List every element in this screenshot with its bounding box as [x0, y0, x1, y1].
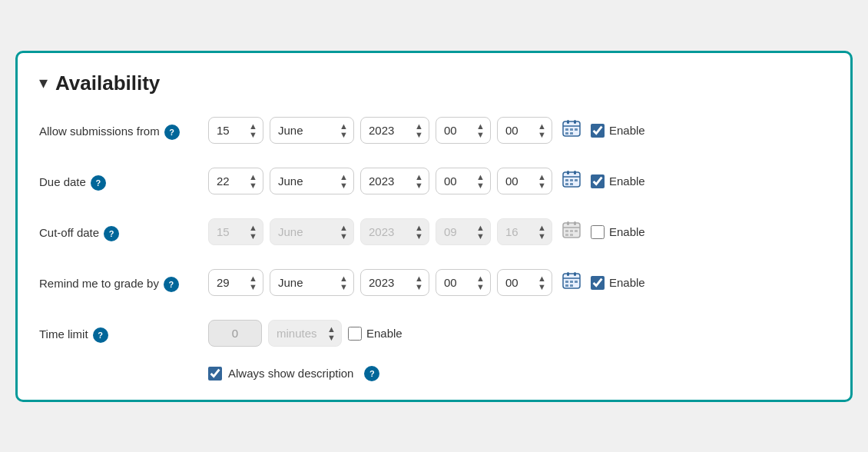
svg-rect-24: [575, 230, 578, 232]
due-date-label: Due date?: [39, 172, 208, 191]
remind-grade-label: Remind me to grade by?: [39, 274, 208, 292]
due-date-year-select[interactable]: 202020212022202320242025: [360, 168, 429, 194]
always-show-label: Always show description: [228, 367, 353, 380]
svg-rect-26: [570, 234, 573, 236]
allow-submissions-checkbox[interactable]: [591, 124, 605, 138]
allow-submissions-enable-label: Enable: [609, 124, 645, 137]
always-show-row: Always show description ?: [39, 366, 829, 381]
allow-submissions-month-select[interactable]: JanuaryFebruaryMarchAprilMayJuneJulyAugu…: [270, 117, 354, 144]
cut-off-date-controls: 1234567891011121314151617181920212223242…: [208, 218, 829, 245]
section-title: Availability: [55, 71, 160, 95]
allow-submissions-controls: 1234567891011121314151617181920212223242…: [208, 117, 829, 144]
allow-submissions-day-select[interactable]: 1234567891011121314151617181920212223242…: [208, 117, 263, 144]
calendar-icon[interactable]: [562, 169, 581, 194]
due-date-hour-select[interactable]: 0001020304050607080910111213141516171819…: [436, 168, 491, 194]
remind-grade-minute-select[interactable]: 0001020304050607080910111213141516171819…: [497, 269, 552, 296]
cut-off-date-checkbox[interactable]: [591, 225, 605, 239]
svg-rect-7: [565, 132, 568, 135]
svg-rect-1: [567, 120, 569, 124]
svg-rect-23: [570, 230, 573, 232]
cut-off-date-hour-select[interactable]: 0001020304050607080910111213141516171819…: [436, 218, 491, 245]
svg-rect-14: [570, 179, 573, 181]
svg-rect-10: [567, 171, 569, 174]
remind-grade-checkbox[interactable]: [591, 276, 605, 290]
remind-grade-row: Remind me to grade by?123456789101112131…: [39, 264, 829, 301]
svg-rect-31: [565, 281, 568, 283]
svg-rect-33: [575, 281, 578, 283]
due-date-day-select[interactable]: 1234567891011121314151617181920212223242…: [208, 168, 263, 194]
svg-rect-20: [574, 221, 576, 225]
section-header: ▾ Availability: [39, 71, 829, 95]
time-limit-checkbox[interactable]: [348, 327, 362, 341]
cut-off-date-label: Cut-off date?: [39, 223, 208, 241]
due-date-row: Due date?1234567891011121314151617181920…: [39, 163, 829, 200]
remind-grade-year-select[interactable]: 202020212022202320242025: [360, 269, 429, 296]
due-date-month-select[interactable]: JanuaryFebruaryMarchAprilMayJuneJulyAugu…: [270, 168, 354, 194]
svg-rect-34: [565, 284, 568, 287]
svg-rect-28: [567, 272, 569, 276]
svg-rect-22: [565, 230, 568, 232]
due-date-enable-label: Enable: [609, 174, 645, 188]
cut-off-date-enable-group: Enable: [591, 225, 645, 239]
calendar-icon[interactable]: [562, 118, 581, 143]
cut-off-date-help-icon[interactable]: ?: [104, 226, 119, 241]
svg-rect-19: [567, 221, 569, 225]
cut-off-date-enable-label: Enable: [609, 225, 645, 238]
chevron-icon[interactable]: ▾: [39, 73, 48, 93]
svg-rect-15: [575, 179, 578, 181]
remind-grade-enable-group: Enable: [591, 276, 645, 290]
due-date-help-icon[interactable]: ?: [91, 175, 106, 191]
time-limit-controls: minutes hours seconds ▲▼ Enable: [208, 320, 829, 347]
remind-grade-month-select[interactable]: JanuaryFebruaryMarchAprilMayJuneJulyAugu…: [270, 269, 354, 296]
svg-rect-13: [565, 179, 568, 181]
due-date-enable-group: Enable: [591, 174, 645, 188]
svg-rect-29: [574, 272, 576, 276]
cut-off-date-year-select[interactable]: 202020212022202320242025: [360, 218, 429, 245]
remind-grade-enable-label: Enable: [609, 276, 645, 289]
calendar-icon[interactable]: [562, 220, 581, 244]
remind-grade-day-select[interactable]: 1234567891011121314151617181920212223242…: [208, 269, 263, 296]
always-show-checkbox[interactable]: [208, 367, 222, 381]
availability-panel: ▾ Availability Allow submissions from?12…: [15, 51, 853, 402]
remind-grade-hour-select[interactable]: 0001020304050607080910111213141516171819…: [436, 269, 491, 296]
allow-submissions-year-select[interactable]: 202020212022202320242025: [360, 117, 429, 144]
time-limit-enable-group: Enable: [348, 327, 403, 341]
cut-off-date-day-select[interactable]: 1234567891011121314151617181920212223242…: [208, 218, 263, 245]
due-date-controls: 1234567891011121314151617181920212223242…: [208, 168, 829, 194]
svg-rect-5: [570, 128, 573, 131]
time-limit-input[interactable]: [208, 320, 262, 347]
allow-submissions-hour-select[interactable]: 0001020304050607080910111213141516171819…: [436, 117, 491, 144]
cut-off-date-minute-select[interactable]: 0001020304050607080910111213141516171819…: [497, 218, 552, 245]
cut-off-date-row: Cut-off date?123456789101112131415161718…: [39, 214, 829, 251]
allow-submissions-row: Allow submissions from?12345678910111213…: [39, 112, 829, 149]
svg-rect-35: [570, 284, 573, 287]
svg-rect-2: [574, 120, 576, 124]
svg-rect-6: [575, 128, 578, 131]
svg-rect-16: [565, 183, 568, 185]
svg-rect-32: [570, 281, 573, 283]
svg-rect-4: [565, 128, 568, 131]
allow-submissions-enable-group: Enable: [591, 124, 645, 138]
svg-rect-11: [574, 171, 576, 174]
calendar-icon[interactable]: [562, 271, 581, 295]
time-limit-label: Time limit ?: [39, 324, 208, 343]
due-date-minute-select[interactable]: 0001020304050607080910111213141516171819…: [497, 168, 552, 194]
time-limit-enable-label: Enable: [366, 327, 403, 340]
svg-rect-17: [570, 183, 573, 185]
svg-rect-25: [565, 234, 568, 236]
always-show-help-icon[interactable]: ?: [364, 366, 379, 381]
svg-rect-8: [570, 132, 573, 135]
allow-submissions-help-icon[interactable]: ?: [164, 125, 180, 140]
due-date-checkbox[interactable]: [591, 174, 605, 188]
remind-grade-controls: 1234567891011121314151617181920212223242…: [208, 269, 829, 296]
cut-off-date-month-select[interactable]: JanuaryFebruaryMarchAprilMayJuneJulyAugu…: [270, 218, 354, 245]
allow-submissions-label: Allow submissions from?: [39, 121, 208, 140]
time-limit-unit-select[interactable]: minutes hours seconds: [268, 320, 342, 347]
time-limit-help-icon[interactable]: ?: [93, 327, 108, 343]
remind-grade-help-icon[interactable]: ?: [164, 277, 179, 292]
time-limit-row: Time limit ? minutes hours seconds ▲▼ En…: [39, 315, 829, 352]
allow-submissions-minute-select[interactable]: 0001020304050607080910111213141516171819…: [497, 117, 552, 144]
